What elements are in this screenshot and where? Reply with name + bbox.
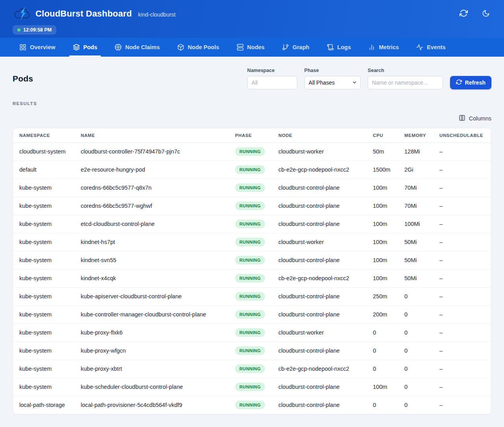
cpu-chip-icon xyxy=(115,44,122,51)
table-row[interactable]: kube-system coredns-66bc5c9577-wghwf RUN… xyxy=(13,197,491,215)
cell-name: kube-proxy-flxk6 xyxy=(78,323,232,342)
cell-memory: 50Mi xyxy=(401,233,436,251)
table-row[interactable]: kube-system kube-proxy-wfgcn RUNNING clo… xyxy=(13,342,491,360)
cell-namespace: kube-system xyxy=(13,233,78,251)
cell-memory: 70Mi xyxy=(401,179,436,197)
table-row[interactable]: kube-system kube-proxy-flxk6 RUNNING clo… xyxy=(13,323,491,342)
cell-cpu: 100m xyxy=(370,197,401,215)
status-badge: RUNNING xyxy=(235,220,265,228)
cell-memory: 0 xyxy=(401,396,436,414)
table-row[interactable]: kube-system kindnet-hs7pt RUNNING cloudb… xyxy=(13,233,491,251)
table-row[interactable]: kube-system kindnet-x4cqk RUNNING cb-e2e… xyxy=(13,269,491,287)
cell-name: kindnet-svn55 xyxy=(78,251,232,269)
tab-metrics[interactable]: Metrics xyxy=(365,38,402,57)
cell-unschedulable: – xyxy=(436,142,491,161)
table-row[interactable]: cloudburst-system cloudburst-controller-… xyxy=(13,142,491,161)
cell-node: cloudburst-control-plane xyxy=(275,396,370,414)
cell-namespace: kube-system xyxy=(13,251,78,269)
cell-unschedulable: – xyxy=(436,233,491,251)
tab-graph[interactable]: Graph xyxy=(278,38,313,57)
cell-node: cloudburst-control-plane xyxy=(275,378,370,396)
tab-overview[interactable]: Overview xyxy=(16,38,59,57)
cell-unschedulable: – xyxy=(436,161,491,179)
cell-node: cb-e2e-gcp-nodepool-nxcc2 xyxy=(275,161,370,179)
table-row[interactable]: kube-system kube-apiserver-cloudburst-co… xyxy=(13,287,491,305)
moon-icon xyxy=(482,9,490,18)
app-header: CloudBurst Dashboard kind-cloudburst 12:… xyxy=(0,0,504,38)
tab-logs[interactable]: Logs xyxy=(323,38,355,57)
cell-namespace: kube-system xyxy=(13,342,78,360)
search-input[interactable] xyxy=(368,76,443,89)
cell-cpu: 0 xyxy=(370,323,401,342)
table-row[interactable]: default e2e-resource-hungry-pod RUNNING … xyxy=(13,161,491,179)
layers-icon xyxy=(73,44,80,51)
table-row[interactable]: kube-system kindnet-svn55 RUNNING cloudb… xyxy=(13,251,491,269)
cell-node: cloudburst-control-plane xyxy=(275,305,370,323)
cell-cpu: 250m xyxy=(370,287,401,305)
table-row[interactable]: kube-system coredns-66bc5c9577-q8x7n RUN… xyxy=(13,179,491,197)
cell-node: cloudburst-control-plane xyxy=(275,287,370,305)
cell-memory: 70Mi xyxy=(401,197,436,215)
table-row[interactable]: local-path-storage local-path-provisione… xyxy=(13,396,491,414)
status-badge: RUNNING xyxy=(235,165,265,174)
cell-phase: RUNNING xyxy=(232,305,275,323)
cell-cpu: 200m xyxy=(370,305,401,323)
cell-name: kube-apiserver-cloudburst-control-plane xyxy=(78,287,232,305)
cell-unschedulable: – xyxy=(436,287,491,305)
tab-events[interactable]: Events xyxy=(413,38,449,57)
tab-node-pools[interactable]: Node Pools xyxy=(174,38,223,57)
cell-phase: RUNNING xyxy=(232,197,275,215)
column-header-namespace: Namespace xyxy=(13,128,78,142)
git-branch-icon xyxy=(282,44,289,51)
cell-name: kindnet-hs7pt xyxy=(78,233,232,251)
cell-unschedulable: – xyxy=(436,305,491,323)
cell-cpu: 100m xyxy=(370,215,401,233)
table-row[interactable]: kube-system etcd-cloudburst-control-plan… xyxy=(13,215,491,233)
header-refresh-button[interactable] xyxy=(458,7,469,20)
cell-node: cb-e2e-gcp-nodepool-nxcc2 xyxy=(275,269,370,287)
refresh-button[interactable]: Refresh xyxy=(450,76,491,89)
cell-name: kube-controller-manager-cloudburst-contr… xyxy=(78,305,232,323)
phase-filter-select[interactable]: All Phases xyxy=(304,76,361,89)
cell-phase: RUNNING xyxy=(232,378,275,396)
cell-phase: RUNNING xyxy=(232,342,275,360)
table-row[interactable]: kube-system kube-proxy-xbtrt RUNNING cb-… xyxy=(13,360,491,378)
status-badge: RUNNING xyxy=(235,328,265,337)
cell-cpu: 0 xyxy=(370,360,401,378)
table-row[interactable]: kube-system kube-controller-manager-clou… xyxy=(13,305,491,323)
cell-namespace: kube-system xyxy=(13,269,78,287)
cell-namespace: kube-system xyxy=(13,378,78,396)
pods-table: NamespaceNamePhaseNodeCPUMemoryUnschedul… xyxy=(13,128,491,414)
status-badge: RUNNING xyxy=(235,183,265,192)
tab-pods[interactable]: Pods xyxy=(69,38,101,57)
cell-phase: RUNNING xyxy=(232,323,275,342)
cell-namespace: kube-system xyxy=(13,179,78,197)
cell-namespace: local-path-storage xyxy=(13,396,78,414)
table-row[interactable]: kube-system kube-scheduler-cloudburst-co… xyxy=(13,378,491,396)
tab-node-claims[interactable]: Node Claims xyxy=(111,38,163,57)
status-dot-icon xyxy=(17,28,20,31)
status-badge: RUNNING xyxy=(235,274,265,283)
cell-namespace: kube-system xyxy=(13,360,78,378)
cell-name: cloudburst-controller-75f74947b7-pjn7c xyxy=(78,142,232,161)
columns-button[interactable]: Columns xyxy=(459,115,491,122)
status-badge: RUNNING xyxy=(235,401,265,409)
status-badge: RUNNING xyxy=(235,383,265,391)
page-title: Pods xyxy=(13,74,33,83)
cell-namespace: kube-system xyxy=(13,287,78,305)
tab-nodes[interactable]: Nodes xyxy=(233,38,268,57)
cell-cpu: 100m xyxy=(370,233,401,251)
pods-table-card: NamespaceNamePhaseNodeCPUMemoryUnschedul… xyxy=(13,128,491,414)
namespace-filter-input[interactable] xyxy=(247,76,297,89)
cell-name: etcd-cloudburst-control-plane xyxy=(78,215,232,233)
dark-mode-toggle[interactable] xyxy=(480,8,491,20)
cell-namespace: kube-system xyxy=(13,197,78,215)
cell-memory: 0 xyxy=(401,378,436,396)
cluster-name: kind-cloudburst xyxy=(138,11,176,18)
last-updated-time: 12:09:58 PM xyxy=(23,27,52,33)
cell-phase: RUNNING xyxy=(232,269,275,287)
status-badge: RUNNING xyxy=(235,364,265,373)
cell-unschedulable: – xyxy=(436,378,491,396)
cell-node: cloudburst-worker xyxy=(275,323,370,342)
cell-namespace: default xyxy=(13,161,78,179)
